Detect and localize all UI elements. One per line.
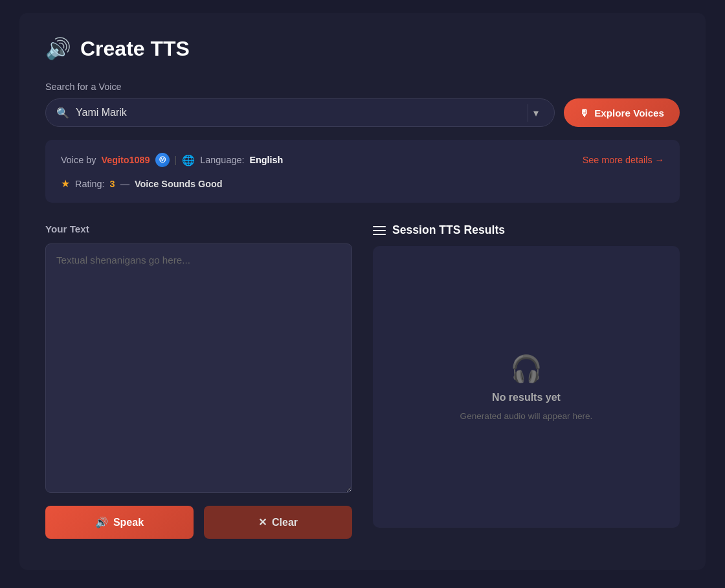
search-icon: 🔍: [56, 107, 69, 119]
no-results-title: No results yet: [492, 392, 561, 403]
rating-text: Voice Sounds Good: [135, 179, 223, 189]
main-container: 🔊 Create TTS Search for a Voice 🔍 ▾ 🎙 Ex…: [19, 13, 706, 570]
clear-button[interactable]: ✕ Clear: [204, 506, 352, 539]
no-results-sub: Generated audio will appear here.: [460, 411, 593, 421]
explore-icon: 🎙: [579, 107, 589, 119]
left-panel: Your Text 🔊 Speak ✕ Clear: [45, 223, 352, 539]
your-text-input[interactable]: [45, 243, 352, 493]
content-row: Your Text 🔊 Speak ✕ Clear: [45, 223, 680, 539]
session-label: Session TTS Results: [373, 223, 680, 237]
see-more-details-link[interactable]: See more details →: [583, 155, 664, 165]
rating-label: Rating:: [75, 179, 105, 189]
star-icon: ★: [61, 177, 70, 190]
rating-row: ★ Rating: 3 — Voice Sounds Good: [61, 177, 664, 190]
search-input[interactable]: [76, 99, 522, 126]
author-badge-icon: Ⓜ: [155, 153, 170, 167]
speak-icon: 🔊: [95, 516, 108, 528]
language-value: English: [249, 155, 283, 165]
voice-by-label: Voice by: [61, 155, 96, 165]
page-header: 🔊 Create TTS: [45, 36, 680, 61]
dropdown-arrow-icon[interactable]: ▾: [528, 104, 544, 122]
speak-button[interactable]: 🔊 Speak: [45, 506, 194, 539]
rating-dash: —: [120, 179, 129, 189]
page-title: Create TTS: [80, 37, 190, 61]
speaker-icon: 🔊: [45, 36, 71, 61]
explore-voices-button[interactable]: 🎙 Explore Voices: [564, 98, 680, 127]
button-row: 🔊 Speak ✕ Clear: [45, 506, 352, 539]
globe-icon: 🌐: [182, 154, 195, 166]
language-label: Language:: [200, 155, 244, 165]
hamburger-icon: [373, 226, 386, 235]
results-panel: 🎧 No results yet Generated audio will ap…: [373, 246, 680, 528]
voice-info-left: Voice by Vegito1089 Ⓜ | 🌐 Language: Engl…: [61, 153, 283, 167]
search-input-wrapper[interactable]: 🔍 ▾: [45, 98, 555, 127]
voice-info-card: Voice by Vegito1089 Ⓜ | 🌐 Language: Engl…: [45, 140, 680, 203]
voice-info-top: Voice by Vegito1089 Ⓜ | 🌐 Language: Engl…: [61, 153, 664, 167]
voice-author[interactable]: Vegito1089: [101, 155, 150, 165]
headphone-icon: 🎧: [510, 354, 542, 384]
search-row: 🔍 ▾ 🎙 Explore Voices: [45, 98, 680, 127]
search-label: Search for a Voice: [45, 82, 680, 92]
right-panel: Session TTS Results 🎧 No results yet Gen…: [373, 223, 680, 539]
rating-value: 3: [110, 179, 115, 189]
your-text-label: Your Text: [45, 223, 352, 234]
separator: |: [175, 155, 177, 165]
clear-icon: ✕: [258, 516, 267, 528]
